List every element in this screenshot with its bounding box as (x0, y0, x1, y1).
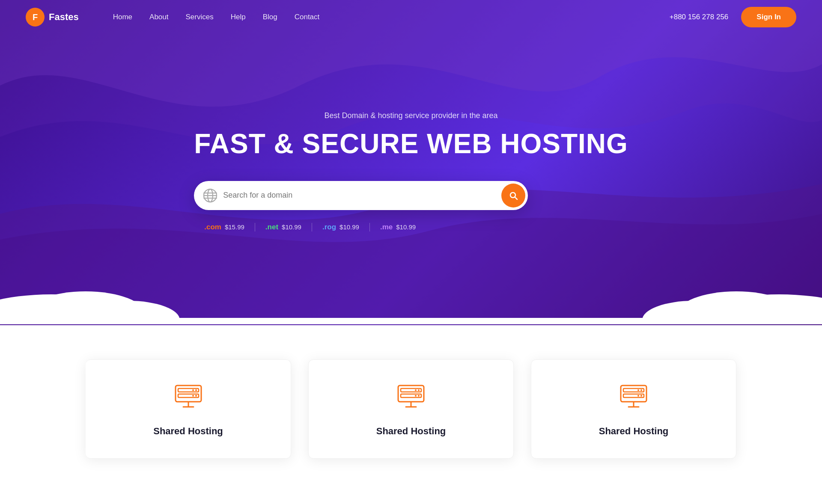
domain-item-com: .com $15.99 (194, 223, 255, 231)
brand-name: Fastes (49, 12, 79, 23)
domain-item-net: .net $10.99 (255, 223, 312, 231)
sign-in-button[interactable]: Sign In (741, 7, 796, 27)
globe-icon (203, 188, 218, 203)
svg-point-33 (415, 395, 417, 397)
hero-section: Best Domain & hosting service provider i… (0, 0, 822, 325)
domain-item-me: .me $10.99 (370, 223, 426, 231)
domain-ext-net: .net (265, 223, 278, 231)
domain-ext-me: .me (380, 223, 393, 231)
hero-title: FAST & SECURE WEB HOSTING (194, 128, 628, 160)
logo-letter: F (33, 12, 38, 22)
search-button[interactable] (501, 184, 525, 208)
nav-services[interactable]: Services (186, 13, 214, 21)
search-bar (194, 181, 528, 210)
svg-point-23 (195, 395, 197, 397)
nav-help[interactable]: Help (231, 13, 246, 21)
nav-about[interactable]: About (149, 13, 168, 21)
domain-prices: .com $15.99 .net $10.99 .rog $10.99 .me … (194, 223, 628, 231)
server-icon-1 (171, 381, 206, 415)
domain-item-rog: .rog $10.99 (312, 223, 370, 231)
domain-price-net: $10.99 (282, 223, 301, 231)
nav-right: +880 156 278 256 Sign In (670, 7, 796, 27)
cards-section: Shared Hosting Shared Hosting Sh (0, 325, 822, 484)
domain-price-rog: $10.99 (340, 223, 359, 231)
card-title-2: Shared Hosting (376, 426, 446, 437)
nav-links: Home About Services Help Blog Contact (113, 13, 670, 21)
svg-point-38 (640, 389, 642, 391)
hero-content: Best Domain & hosting service provider i… (194, 111, 628, 231)
logo-area[interactable]: F Fastes (26, 8, 79, 27)
svg-point-20 (195, 389, 197, 391)
nav-contact[interactable]: Contact (295, 13, 320, 21)
svg-point-42 (637, 395, 639, 397)
logo-icon: F (26, 8, 45, 27)
search-icon (508, 190, 518, 201)
hosting-card-2: Shared Hosting (308, 359, 514, 459)
card-title-3: Shared Hosting (599, 426, 669, 437)
hosting-card-3: Shared Hosting (531, 359, 736, 459)
navbar: F Fastes Home About Services Help Blog C… (0, 0, 822, 34)
svg-point-24 (192, 395, 194, 397)
nav-home[interactable]: Home (113, 13, 132, 21)
card-title-1: Shared Hosting (153, 426, 223, 437)
svg-point-21 (192, 389, 194, 391)
server-icon-2 (394, 381, 428, 415)
search-input[interactable] (223, 191, 501, 200)
svg-point-32 (418, 395, 420, 397)
svg-point-30 (415, 389, 417, 391)
svg-point-41 (640, 395, 642, 397)
hero-subtitle: Best Domain & hosting service provider i… (194, 111, 628, 120)
domain-price-me: $10.99 (396, 223, 416, 231)
domain-ext-com: .com (204, 223, 221, 231)
svg-point-39 (637, 389, 639, 391)
phone-number: +880 156 278 256 (670, 13, 729, 21)
nav-blog[interactable]: Blog (263, 13, 277, 21)
domain-ext-rog: .rog (322, 223, 336, 231)
server-icon-3 (616, 381, 651, 415)
domain-price-com: $15.99 (225, 223, 244, 231)
cloud-bottom (0, 264, 822, 325)
svg-point-29 (418, 389, 420, 391)
hosting-card-1: Shared Hosting (86, 359, 291, 459)
